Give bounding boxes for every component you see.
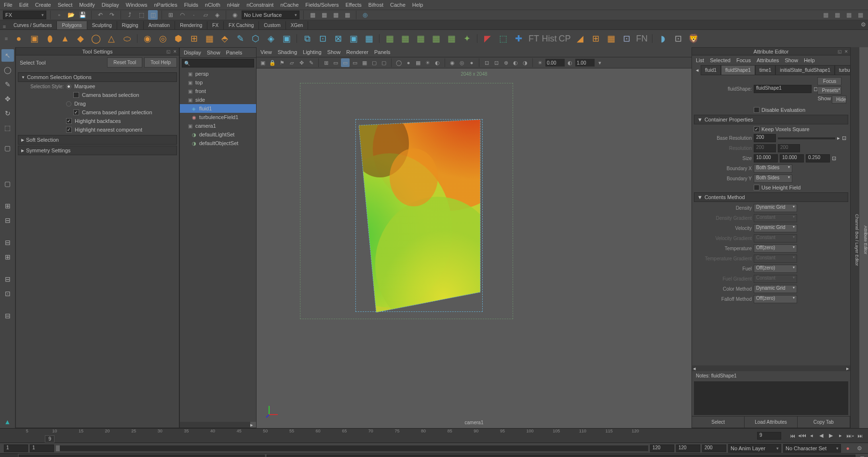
- slice-icon[interactable]: ◢: [573, 31, 587, 46]
- last-tool-icon[interactable]: ▢: [1, 142, 14, 154]
- shelf-tab-animation[interactable]: Animation: [144, 21, 175, 29]
- select-component-icon[interactable]: ◫: [148, 10, 158, 20]
- live-surface-icon[interactable]: ◉: [230, 10, 240, 20]
- vp-gamma-icon[interactable]: ⊡: [492, 58, 501, 67]
- ipr-icon[interactable]: ▦: [331, 10, 340, 20]
- menu-bifrost[interactable]: Bifrost: [368, 2, 383, 8]
- vp-xray-icon[interactable]: ◎: [458, 58, 466, 67]
- vp-gate-mask-icon[interactable]: ▭: [351, 58, 359, 67]
- ae-undock-icon[interactable]: ◱: [837, 49, 842, 54]
- symmetry-section[interactable]: ▶Symmetry Settings: [18, 146, 177, 155]
- hide-button[interactable]: Hide: [832, 95, 846, 104]
- ae-tab-fluidshape1[interactable]: fluidShape1: [721, 65, 755, 75]
- ae-tab-initialstate[interactable]: initialState_fluidShape1: [775, 65, 835, 75]
- boundary-y-select[interactable]: Both Sides: [754, 175, 792, 183]
- keep-voxels-checkbox[interactable]: ✓: [754, 126, 760, 132]
- menu-help[interactable]: Help: [412, 2, 423, 8]
- uv-planar-icon[interactable]: ▦: [382, 31, 397, 46]
- menu-select[interactable]: Select: [58, 2, 73, 8]
- shelf-tab-fx[interactable]: FX: [207, 21, 224, 29]
- size-z-field[interactable]: 0.250: [806, 154, 830, 162]
- prefs-icon[interactable]: ⚙: [854, 444, 864, 453]
- layout-hypershade-icon[interactable]: ⊡: [1, 287, 14, 300]
- layout-persp-icon[interactable]: ⊞: [1, 251, 14, 263]
- anim-end-field[interactable]: 120: [676, 444, 700, 452]
- ae-menu-show[interactable]: Show: [785, 57, 798, 63]
- poly-plane-icon[interactable]: ◆: [73, 31, 88, 46]
- velocity-select[interactable]: Dynamic Grid: [754, 224, 797, 232]
- vp-menu-show[interactable]: Show: [327, 49, 341, 55]
- layout-icon4[interactable]: ▦: [855, 10, 865, 20]
- poly-sphere-icon[interactable]: ●: [12, 31, 26, 46]
- snap-point-icon[interactable]: ·: [189, 10, 199, 20]
- vp-motion-blur-icon[interactable]: ◐: [511, 58, 520, 67]
- script-language-label[interactable]: MEL: [0, 454, 18, 457]
- focus-button[interactable]: Focus: [817, 77, 841, 85]
- layout-two-h-icon[interactable]: ⊟: [1, 214, 14, 227]
- poly-pyramid-icon[interactable]: △: [104, 31, 119, 46]
- construction-history-icon[interactable]: ▦: [308, 10, 317, 20]
- play-forward-icon[interactable]: ▶: [827, 431, 835, 440]
- shelf-tab-xgen[interactable]: XGen: [286, 21, 309, 29]
- select-object-icon[interactable]: ⬚: [136, 10, 146, 20]
- poly-cylinder-icon[interactable]: ⬮: [42, 31, 57, 46]
- extrude-icon[interactable]: ⬘: [217, 31, 232, 46]
- freeze-icon[interactable]: FT: [527, 31, 541, 46]
- vp-menu-panels[interactable]: Panels: [374, 49, 391, 55]
- go-to-end-icon[interactable]: ⏭: [855, 431, 864, 440]
- selection-icon[interactable]: ⊡: [671, 31, 685, 46]
- snap-surface-icon[interactable]: ◈: [212, 10, 222, 20]
- channel-box-strip[interactable]: Channel Box / Layer Editor: [851, 47, 859, 428]
- vp-safe-title-icon[interactable]: ▢: [380, 58, 388, 67]
- menu-nhair[interactable]: nHair: [227, 2, 240, 8]
- vp-ao-icon[interactable]: ◑: [521, 58, 529, 67]
- use-height-checkbox[interactable]: [754, 185, 760, 190]
- outliner-item-defaultLightSet[interactable]: ◑defaultLightSet: [180, 130, 256, 139]
- menu-fluids[interactable]: Fluids: [184, 2, 198, 8]
- smooth-icon[interactable]: ▦: [202, 31, 217, 46]
- vp-safe-action-icon[interactable]: ▢: [370, 58, 379, 67]
- bridge-icon[interactable]: ◈: [264, 31, 278, 46]
- vp-field-chart-icon[interactable]: ▦: [360, 58, 369, 67]
- density-select[interactable]: Dynamic Grid: [754, 204, 797, 212]
- shelf-tab-curves[interactable]: Curves / Surfaces: [9, 21, 57, 29]
- lasso-tool-icon[interactable]: ◯: [1, 64, 14, 76]
- vp-smooth-shade-icon[interactable]: ●: [404, 58, 413, 67]
- ae-tab-turbulence[interactable]: turbul: [835, 65, 850, 75]
- fuel-select[interactable]: Off(zero): [754, 265, 797, 273]
- contents-method-section[interactable]: ▼Contents Method: [694, 192, 848, 202]
- live-surface-dropdown[interactable]: No Live Surface: [242, 11, 299, 19]
- vp-gamma-field[interactable]: 1.00: [575, 59, 595, 67]
- character-set-dropdown[interactable]: No Character Set: [783, 444, 841, 453]
- center-pivot-icon[interactable]: ✚: [511, 31, 526, 46]
- step-forward-key-icon[interactable]: ⏭▸: [846, 431, 854, 440]
- vp-exposure-icon[interactable]: ☀: [536, 58, 544, 67]
- vp-textured-icon[interactable]: ▦: [414, 58, 422, 67]
- render-icon[interactable]: ▦: [319, 10, 329, 20]
- ae-tab-time1[interactable]: time1: [755, 65, 775, 75]
- outliner-item-front[interactable]: ▣front: [180, 87, 256, 95]
- vp-menu-view[interactable]: View: [260, 49, 272, 55]
- vp-exposure-field[interactable]: 0.00: [545, 59, 565, 67]
- multi-cut-icon[interactable]: ✎: [233, 31, 247, 46]
- size-reset-icon[interactable]: ⊡: [832, 155, 836, 161]
- camera-paint-checkbox[interactable]: ✓: [73, 109, 79, 115]
- open-scene-icon[interactable]: 📂: [66, 10, 76, 20]
- reset-tool-button[interactable]: Reset Tool: [107, 57, 142, 67]
- outliner-item-defaultObjectSet[interactable]: ◑defaultObjectSet: [180, 139, 256, 148]
- fn-icon[interactable]: FN: [635, 31, 649, 46]
- scale-tool-icon[interactable]: ⬚: [1, 121, 14, 134]
- layout-four-icon[interactable]: ⊞: [1, 200, 14, 212]
- menu-nconstraint[interactable]: nConstraint: [246, 2, 273, 8]
- vp-wireframe-icon[interactable]: ◯: [394, 58, 403, 67]
- move-tool-icon[interactable]: ✥: [1, 93, 14, 105]
- base-resolution-slider[interactable]: [778, 137, 835, 139]
- snap-grid-icon[interactable]: ⊞: [166, 10, 176, 20]
- select-tool-icon[interactable]: ↖: [1, 49, 14, 62]
- ae-tabs-scroll-left-icon[interactable]: ◂: [694, 67, 701, 73]
- lattice-icon[interactable]: ⊡: [619, 31, 634, 46]
- cp-icon[interactable]: CP: [557, 31, 572, 46]
- menu-ncache[interactable]: nCache: [280, 2, 298, 8]
- vp-menu-lighting[interactable]: Lighting: [303, 49, 322, 55]
- select-button[interactable]: Select: [692, 417, 745, 428]
